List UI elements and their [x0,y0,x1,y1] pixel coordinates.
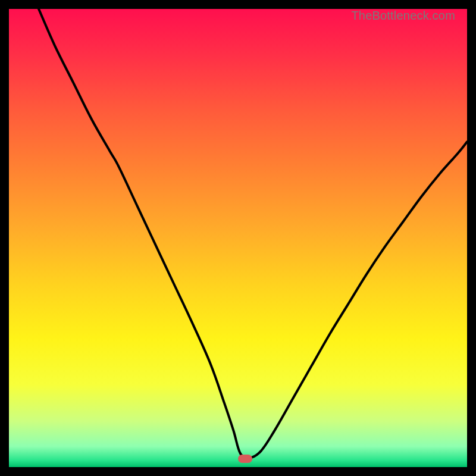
optimal-point-marker [238,455,252,463]
watermark-text: TheBottleneck.com [351,9,455,23]
chart-frame: TheBottleneck.com [9,9,467,467]
bottleneck-chart [9,9,467,467]
gradient-background [9,9,467,467]
